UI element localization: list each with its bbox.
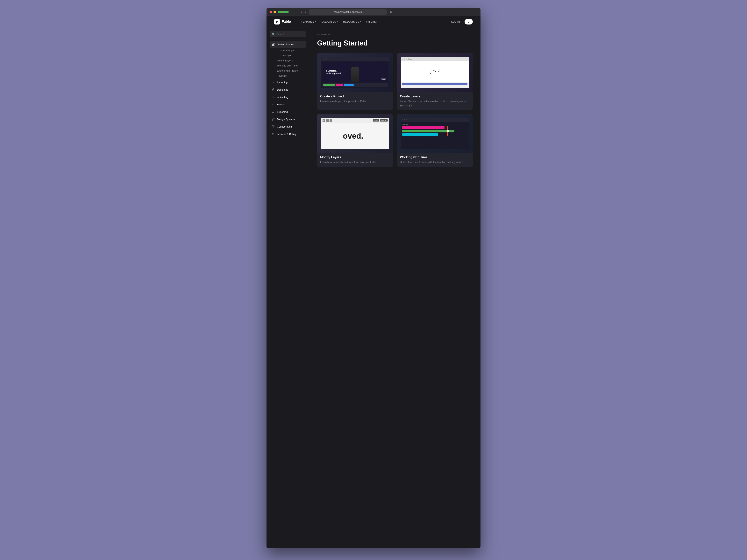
mock-editor-working-with-time: Timeline xyxy=(401,118,469,149)
resources-nav-link[interactable]: RESOURCES ▾ xyxy=(341,19,363,24)
logo[interactable]: Fable xyxy=(274,19,291,25)
card-info-working-with-time: Working with Time Understand how to work… xyxy=(397,153,473,167)
design-systems-icon xyxy=(271,117,275,121)
card-desc-modify-layers: Learn how to modify and transform layers… xyxy=(320,160,390,164)
card-title-working-with-time: Working with Time xyxy=(400,156,470,159)
traffic-lights xyxy=(269,11,289,13)
login-button[interactable]: LOG IN xyxy=(449,19,462,24)
url-text: https://www.fable.app/learn xyxy=(334,11,362,14)
pricing-nav-link[interactable]: PRICING xyxy=(364,19,379,24)
sidebar-section-getting-started: Getting Started Create a Project Create … xyxy=(269,41,306,78)
designing-icon xyxy=(271,88,275,91)
mock-editor-modify-layers: ⊕ SHARE EXPORT oved. xyxy=(321,118,389,149)
get-started-button[interactable]: G xyxy=(465,19,473,25)
page-title: Getting Started xyxy=(317,39,473,47)
collaborating-icon xyxy=(271,125,275,129)
card-create-project[interactable]: Fan tested. Artist approved. vevo xyxy=(317,53,393,110)
sidebar-item-account-billing[interactable]: Account & Billing xyxy=(269,131,306,137)
sidebar-item-create-project[interactable]: Create a Project xyxy=(276,48,306,53)
minimize-button[interactable] xyxy=(274,11,276,13)
svg-rect-12 xyxy=(272,119,273,121)
account-billing-icon xyxy=(271,132,275,136)
card-create-layers[interactable]: Fable Create Layers xyxy=(397,53,473,110)
card-info-create-layers: Create Layers Import files and use nativ… xyxy=(397,92,473,110)
sidebar-section-design-systems: Design Systems xyxy=(269,116,306,123)
svg-point-13 xyxy=(272,126,273,127)
nav-links: FEATURES ▾ USE CASES ▾ RESOURCES ▾ PRICI… xyxy=(299,19,379,24)
sidebar-item-animating[interactable]: Animating xyxy=(269,94,306,100)
svg-point-7 xyxy=(272,96,274,98)
titlebar: ⊡ ‹ › https://www.fable.app/learn ↻ xyxy=(266,8,481,16)
sidebar-section-exporting: Exporting xyxy=(269,108,306,115)
card-working-with-time[interactable]: Timeline xyxy=(397,114,473,167)
svg-rect-1 xyxy=(277,21,278,22)
sidebar-toggle-icon[interactable]: ⊡ xyxy=(292,9,298,15)
card-modify-layers[interactable]: ⊕ SHARE EXPORT oved. xyxy=(317,114,393,167)
importing-icon xyxy=(271,80,275,84)
search-input[interactable] xyxy=(277,33,304,35)
card-info-create-project: Create a Project Learn to create your fi… xyxy=(317,92,393,106)
resources-chevron-icon: ▾ xyxy=(360,21,361,23)
card-thumbnail-working-time: Timeline xyxy=(397,114,473,153)
card-thumbnail-create-layers: Fable xyxy=(397,53,473,92)
refresh-button[interactable]: ↻ xyxy=(390,10,392,14)
collaborating-label: Collaborating xyxy=(277,125,292,128)
svg-rect-6 xyxy=(273,45,274,46)
sidebar-item-collaborating[interactable]: Collaborating xyxy=(269,123,306,130)
card-title-create-layers: Create Layers xyxy=(400,95,470,98)
sidebar-item-design-systems[interactable]: Design Systems xyxy=(269,116,306,123)
svg-point-16 xyxy=(435,71,436,72)
sidebar-item-tutorials[interactable]: Tutorials xyxy=(276,73,306,78)
sidebar-item-getting-started[interactable]: Getting Started xyxy=(269,41,306,48)
logo-icon xyxy=(274,19,280,25)
getting-started-icon xyxy=(271,43,275,46)
top-navbar: Fable FEATURES ▾ USE CASES ▾ RESOURCES ▾… xyxy=(266,16,481,27)
sidebar-section-animating: Animating xyxy=(269,94,306,100)
close-button[interactable] xyxy=(269,11,272,13)
svg-rect-3 xyxy=(272,43,273,44)
sidebar-item-working-with-time[interactable]: Working with Time xyxy=(276,63,306,68)
svg-point-8 xyxy=(273,97,274,98)
card-thumbnail-create-project: Fan tested. Artist approved. vevo xyxy=(317,53,393,92)
effects-label: Effects xyxy=(277,103,285,106)
sidebar-item-importing[interactable]: Importing xyxy=(269,79,306,85)
sidebar-item-exporting-project[interactable]: Exporting a Project xyxy=(276,68,306,73)
nav-right: LOG IN G xyxy=(449,19,473,25)
animating-icon xyxy=(271,95,275,99)
card-thumbnail-modify-layers: ⊕ SHARE EXPORT oved. xyxy=(317,114,393,153)
svg-rect-10 xyxy=(272,118,273,119)
sidebar-section-collaborating: Collaborating xyxy=(269,123,306,130)
sidebar-section-effects: Effects xyxy=(269,101,306,108)
card-title-create-project: Create a Project xyxy=(320,95,390,98)
card-desc-working-with-time: Understand how to work with the timeline… xyxy=(400,160,470,164)
designing-label: Designing xyxy=(277,88,288,91)
sidebar-item-exporting[interactable]: Exporting xyxy=(269,108,306,115)
card-desc-create-project: Learn to create your first project on Fa… xyxy=(320,99,390,103)
sidebar-item-create-layers[interactable]: Create Layers xyxy=(276,53,306,58)
sidebar-item-modify-layers[interactable]: Modify Layers xyxy=(276,58,306,63)
features-nav-link[interactable]: FEATURES ▾ xyxy=(299,19,318,24)
fullscreen-button[interactable] xyxy=(277,11,289,13)
card-desc-create-layers: Import files and use native creation too… xyxy=(400,99,470,107)
svg-rect-0 xyxy=(276,21,277,22)
getting-started-label: Getting Started xyxy=(277,43,294,46)
mock-editor-create-layers: Fable xyxy=(401,57,469,88)
forward-button[interactable]: › xyxy=(304,10,307,14)
effects-icon xyxy=(271,103,275,106)
search-icon: 🔍 xyxy=(272,33,275,35)
sidebar-section-importing: Importing xyxy=(269,79,306,85)
mock-editor-create-project: Fan tested. Artist approved. vevo xyxy=(321,57,389,88)
svg-point-15 xyxy=(273,133,274,134)
use-cases-nav-link[interactable]: USE CASES ▾ xyxy=(319,19,340,24)
animating-label: Animating xyxy=(277,96,288,99)
exporting-icon xyxy=(271,110,275,114)
search-box[interactable]: 🔍 xyxy=(269,31,306,37)
nav-arrows: ‹ › xyxy=(300,10,307,14)
breadcrumb[interactable]: Learn Home xyxy=(317,33,473,36)
card-info-modify-layers: Modify Layers Learn how to modify and tr… xyxy=(317,153,393,167)
sidebar: 🔍 Getting Started xyxy=(266,27,309,548)
sidebar-item-effects[interactable]: Effects xyxy=(269,101,306,108)
sidebar-item-designing[interactable]: Designing xyxy=(269,86,306,93)
back-button[interactable]: ‹ xyxy=(300,10,303,14)
address-bar[interactable]: https://www.fable.app/learn xyxy=(309,9,387,15)
